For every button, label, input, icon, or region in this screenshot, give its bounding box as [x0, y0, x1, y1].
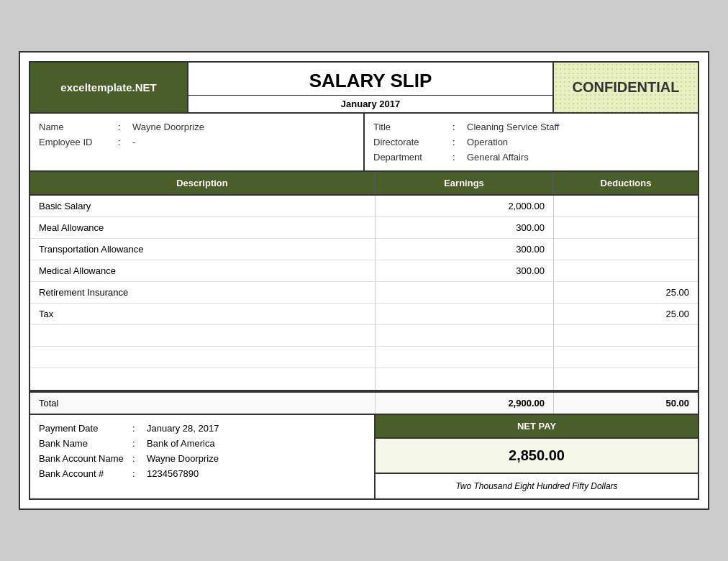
row-earnings [376, 282, 554, 303]
info-row-department: Department : General Affairs [373, 150, 689, 165]
info-row-title: Title : Cleaning Service Staff [373, 119, 689, 134]
row-description: Tax [30, 304, 376, 324]
row-description: Basic Salary [30, 196, 376, 216]
row-deductions [554, 239, 698, 260]
title-colon: : [452, 122, 467, 132]
net-pay-words: Two Thousand Eight Hundred Fifty Dollars [376, 474, 698, 498]
row-earnings: 2,000.00 [376, 196, 554, 216]
payment-colon: : [132, 468, 147, 479]
employee-id-colon: : [118, 137, 132, 147]
confidential-badge: CONFIDENTIAL [554, 63, 698, 112]
department-value: General Affairs [467, 152, 529, 163]
name-colon: : [118, 122, 132, 132]
payment-value: January 28, 2017 [147, 423, 219, 434]
payment-colon: : [132, 423, 147, 434]
payment-label: Bank Name [39, 438, 132, 449]
row-description: Retirement Insurance [30, 282, 376, 303]
row-earnings: 300.00 [376, 217, 554, 238]
table-row: Basic Salary2,000.00 [30, 196, 698, 217]
header-earnings: Earnings [376, 172, 554, 194]
row-deductions: 25.00 [554, 304, 698, 324]
total-row: Total 2,900.00 50.00 [30, 391, 698, 415]
payment-label: Bank Account # [39, 468, 132, 479]
employee-id-value: - [132, 137, 135, 147]
row-description [30, 325, 376, 346]
employee-info-left: Name : Wayne Doorprize Employee ID : - [30, 114, 365, 170]
table-body: Basic Salary2,000.00Meal Allowance300.00… [30, 196, 698, 391]
title: SALARY SLIP [309, 63, 432, 95]
directorate-colon: : [452, 137, 467, 147]
payment-colon: : [132, 453, 147, 464]
name-label: Name [39, 122, 118, 132]
row-deductions [554, 217, 698, 238]
payment-row: Bank Name:Bank of America [39, 436, 365, 451]
net-pay-header: NET PAY [376, 415, 698, 439]
info-row-name: Name : Wayne Doorprize [39, 119, 355, 134]
total-label: Total [30, 393, 376, 414]
payment-row: Bank Account #:1234567890 [39, 466, 365, 481]
row-earnings: 300.00 [376, 260, 554, 281]
salary-slip-page: exceltemplate.NET SALARY SLIP January 20… [19, 51, 709, 510]
title-value: Cleaning Service Staff [467, 122, 559, 132]
table-row [30, 325, 698, 347]
row-deductions [554, 196, 698, 216]
table-row: Transportation Allowance300.00 [30, 239, 698, 260]
payment-value: 1234567890 [147, 468, 199, 479]
title-block: SALARY SLIP January 2017 [188, 63, 554, 112]
table-row: Medical Allowance300.00 [30, 260, 698, 282]
payment-info: Payment Date:January 28, 2017Bank Name:B… [30, 415, 376, 498]
row-earnings [376, 304, 554, 324]
row-description [30, 368, 376, 390]
payment-colon: : [132, 438, 147, 449]
bottom-section: Payment Date:January 28, 2017Bank Name:B… [30, 415, 698, 498]
name-value: Wayne Doorprize [132, 122, 204, 132]
employee-id-label: Employee ID [39, 137, 118, 147]
total-deductions: 50.00 [554, 393, 698, 414]
info-row-directorate: Directorate : Operation [373, 134, 689, 150]
payment-row: Bank Account Name:Wayne Doorprize [39, 451, 365, 466]
net-pay-section: NET PAY 2,850.00 Two Thousand Eight Hund… [376, 415, 698, 498]
payment-row: Payment Date:January 28, 2017 [39, 421, 365, 436]
table-row: Tax25.00 [30, 304, 698, 325]
subtitle: January 2017 [188, 95, 552, 112]
row-earnings: 300.00 [376, 239, 554, 260]
row-deductions [554, 260, 698, 281]
total-earnings: 2,900.00 [376, 393, 554, 414]
row-earnings [376, 347, 554, 368]
table-row: Retirement Insurance25.00 [30, 282, 698, 304]
payment-label: Payment Date [39, 423, 132, 434]
row-deductions [554, 368, 698, 390]
net-pay-amount: 2,850.00 [376, 439, 698, 474]
payment-value: Bank of America [147, 438, 215, 449]
department-label: Department [373, 152, 452, 163]
row-description: Transportation Allowance [30, 239, 376, 260]
directorate-label: Directorate [373, 137, 452, 147]
outer-border: exceltemplate.NET SALARY SLIP January 20… [29, 61, 699, 500]
row-deductions [554, 347, 698, 368]
table-row [30, 368, 698, 390]
department-colon: : [452, 152, 467, 163]
payment-value: Wayne Doorprize [147, 453, 219, 464]
employee-info-right: Title : Cleaning Service Staff Directora… [365, 114, 698, 170]
row-deductions [554, 325, 698, 346]
row-description [30, 347, 376, 368]
info-row-employee-id: Employee ID : - [39, 134, 355, 150]
row-description: Medical Allowance [30, 260, 376, 281]
header-description: Description [30, 172, 376, 194]
table-header: Description Earnings Deductions [30, 172, 698, 196]
title-label: Title [373, 122, 452, 132]
row-earnings [376, 368, 554, 390]
logo: exceltemplate.NET [30, 63, 188, 112]
directorate-value: Operation [467, 137, 508, 147]
row-deductions: 25.00 [554, 282, 698, 303]
header-deductions: Deductions [554, 172, 698, 194]
header: exceltemplate.NET SALARY SLIP January 20… [30, 63, 698, 114]
row-description: Meal Allowance [30, 217, 376, 238]
payment-label: Bank Account Name [39, 453, 132, 464]
employee-info: Name : Wayne Doorprize Employee ID : - T… [30, 114, 698, 172]
table-row [30, 347, 698, 368]
table-row: Meal Allowance300.00 [30, 217, 698, 239]
row-earnings [376, 325, 554, 346]
